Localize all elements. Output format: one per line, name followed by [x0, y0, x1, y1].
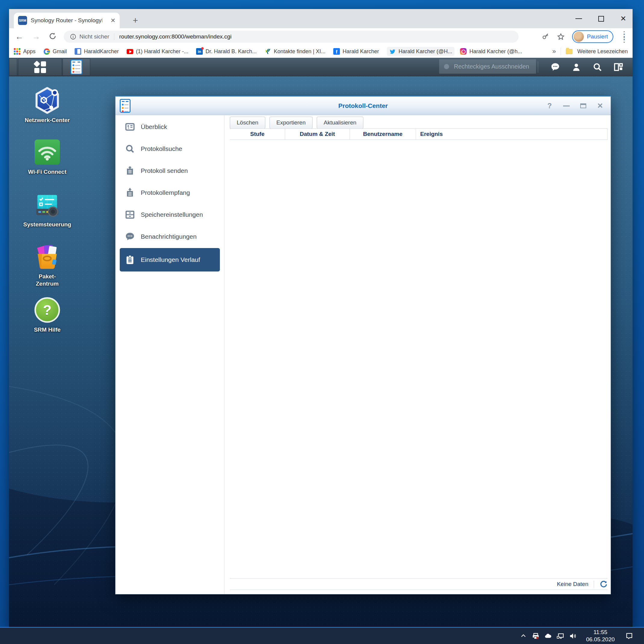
sidebar-item-einstellungen-verlauf[interactable]: Einstellungen Verlauf [120, 248, 220, 271]
tray-expand-icon[interactable] [520, 632, 527, 640]
bookmarks-overflow-button[interactable]: » [552, 48, 556, 55]
settings-history-icon [124, 254, 135, 265]
window-close-button[interactable]: ✕ [596, 102, 604, 110]
help-button[interactable]: ? [546, 102, 554, 110]
main-menu-button[interactable] [18, 58, 62, 76]
refresh-button[interactable]: Aktualisieren [317, 117, 364, 129]
sidebar-item-protokollsuche[interactable]: Protokollsuche [115, 138, 224, 160]
reload-button[interactable] [49, 32, 57, 41]
desktop-icon-srm-hilfe[interactable]: ? SRM Hilfe [19, 296, 76, 333]
taskbar-protokoll-center-button[interactable] [63, 58, 90, 76]
profile-status-label: Pausiert [587, 33, 608, 40]
security-label[interactable]: Nicht sicher [79, 33, 109, 40]
browser-menu-icon[interactable]: ⋮⋮⋮ [621, 32, 628, 41]
tab-close-icon[interactable]: ✕ [110, 17, 115, 24]
bookmark-facebook[interactable]: f Harald Karcher [333, 48, 379, 55]
log-table-header: Stufe Datum & Zeit Benutzername Ereignis [230, 128, 608, 140]
desktop-icon-netzwerk-center[interactable]: Netzwerk-Center [19, 87, 76, 124]
printer-error-icon[interactable] [532, 632, 540, 640]
maximize-button[interactable] [597, 15, 605, 23]
bookmarks-right: » Weitere Lesezeichen [552, 48, 633, 55]
bookmark-youtube[interactable]: (1) Harald Karcher -... [127, 48, 188, 55]
forward-button[interactable]: → [32, 32, 40, 41]
delete-button[interactable]: Löschen [230, 117, 265, 129]
profile-button[interactable]: Pausiert [572, 30, 613, 43]
sidebar-label: Einstellungen Verlauf [141, 256, 200, 263]
snip-mode-tooltip: Rechteckiges Ausschneiden [439, 59, 536, 74]
bookmark-label: Harald Karcher (@H... [399, 48, 452, 55]
snip-dot-icon [444, 64, 449, 69]
column-benutzername[interactable]: Benutzername [350, 129, 416, 140]
column-stufe[interactable]: Stufe [230, 129, 285, 140]
sidebar-item-protokollempfang[interactable]: Protokollempfang [115, 182, 224, 204]
wifi-connect-icon [33, 138, 61, 166]
action-center-icon[interactable] [625, 632, 633, 640]
network-icon[interactable] [557, 632, 564, 640]
desktop: SRM Synology Router - SynologyRoute ✕ + … [0, 0, 644, 644]
minimize-button[interactable] [575, 15, 583, 23]
bookmark-xing[interactable]: Kontakte finden | XI... [264, 48, 326, 55]
onedrive-icon[interactable] [544, 632, 552, 640]
sidebar-item-benachrichtigungen[interactable]: Benachrichtigungen [115, 225, 224, 247]
clock-date: 06.05.2020 [584, 636, 617, 643]
gmail-icon [43, 48, 50, 55]
window-minimize-button[interactable] [563, 102, 570, 110]
window-maximize-button[interactable] [579, 102, 587, 110]
column-datum-zeit[interactable]: Datum & Zeit [285, 129, 350, 140]
bookmark-twitter[interactable]: Harald Karcher (@H... [387, 47, 455, 56]
show-desktop-button[interactable] [9, 58, 17, 76]
volume-icon[interactable] [569, 632, 577, 640]
column-ereignis[interactable]: Ereignis [416, 129, 608, 140]
desktop-icon-label: SRM Hilfe [19, 326, 76, 333]
refresh-icon[interactable] [600, 580, 608, 588]
password-key-icon[interactable] [542, 33, 550, 41]
bookmark-label: Apps [23, 48, 35, 55]
bookmark-apps[interactable]: Apps [14, 48, 35, 55]
srm-taskbar-right [538, 58, 633, 76]
main-menu-icon [34, 61, 46, 73]
bookmark-star-icon[interactable] [557, 33, 565, 41]
user-icon[interactable] [571, 62, 581, 72]
bookmark-gmail[interactable]: Gmail [43, 48, 67, 55]
bookmark-label: Gmail [53, 48, 67, 55]
sidebar-item-protokoll-senden[interactable]: Protokoll senden [115, 160, 224, 182]
desktop-icon-wifi-connect[interactable]: Wi-Fi Connect [19, 138, 76, 176]
browser-tab[interactable]: SRM Synology Router - SynologyRoute ✕ [14, 13, 120, 28]
sidebar-label: Protokollsuche [141, 145, 182, 152]
tab-title: Synology Router - SynologyRoute [31, 17, 102, 24]
search-icon [124, 143, 135, 154]
bookmark-instagram[interactable]: Harald Karcher (@h... [460, 48, 522, 55]
close-button[interactable]: ✕ [619, 15, 627, 23]
browser-window-controls: ✕ [575, 13, 627, 24]
export-button[interactable]: Exportieren [269, 117, 312, 129]
desktop-icon-label: Wi-Fi Connect [19, 168, 76, 176]
taskbar-clock[interactable]: 11:55 06.05.2020 [584, 629, 617, 643]
new-tab-button[interactable]: + [129, 14, 142, 27]
maximize-icon [580, 103, 586, 108]
window-title: Protokoll-Center [115, 102, 611, 109]
other-bookmarks-button[interactable]: Weitere Lesezeichen [577, 48, 628, 55]
bookmark-haraldkarcher[interactable]: HaraldKarcher [75, 48, 119, 55]
sidebar-label: Speichereinstellungen [141, 211, 203, 218]
widgets-icon[interactable] [613, 62, 624, 72]
sidebar-label: Überblick [141, 123, 167, 130]
bookmark-linkedin[interactable]: in Dr. Harald B. Karch... [196, 48, 256, 55]
bookmark-label: Kontakte finden | XI... [274, 48, 326, 55]
windows-taskbar: 11:55 06.05.2020 [0, 627, 644, 644]
sidebar-item-speichereinstellungen[interactable]: Speichereinstellungen [115, 204, 224, 225]
sidebar-item-ueberblick[interactable]: Überblick [115, 116, 224, 138]
desktop-icon-systemsteuerung[interactable]: Systemsteuerung [19, 191, 76, 228]
sidebar-label: Protokollempfang [141, 189, 190, 196]
back-button[interactable]: ← [15, 32, 23, 41]
srm-taskbar: Rechteckiges Ausschneiden [9, 58, 633, 76]
notifications-bubble-icon[interactable] [550, 62, 560, 72]
window-sidebar: Überblick Protokollsuche Protokoll sende… [115, 115, 224, 594]
url-input[interactable]: Nicht sicher router.synology.com:8000/we… [64, 31, 519, 43]
desktop-icon-paket-zentrum[interactable]: Paket-Zentrum [19, 243, 76, 287]
bookmark-label: (1) Harald Karcher -... [136, 48, 188, 55]
window-body: Überblick Protokollsuche Protokoll sende… [115, 115, 611, 594]
window-titlebar[interactable]: Protokoll-Center ? ✕ [115, 97, 611, 115]
overview-icon [124, 121, 135, 132]
log-main-area: Löschen Exportieren Aktualisieren Stufe … [224, 115, 611, 594]
search-icon[interactable] [592, 62, 603, 72]
